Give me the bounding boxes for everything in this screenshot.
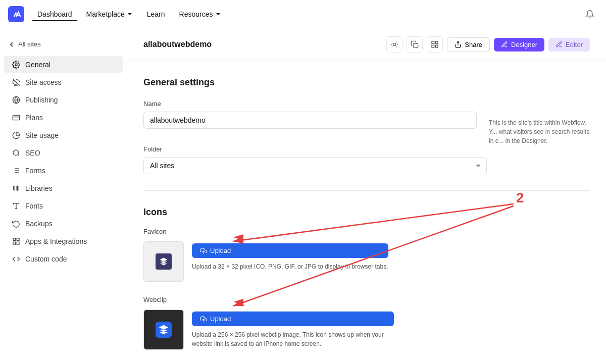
svg-line-7: [18, 154, 19, 156]
webflow-logo[interactable]: [8, 6, 24, 22]
name-field-row: Name This is the site's title within Web…: [143, 100, 590, 145]
section-divider: [143, 190, 590, 191]
topnav: Dashboard Marketplace Learn Resources: [0, 0, 606, 28]
site-name-title: allaboutwebdemo: [143, 40, 380, 49]
webclip-row: Upload Upload a 256 × 256 pixel webclip …: [143, 309, 590, 350]
layout: All sites General Site access Publishing…: [0, 28, 606, 364]
folder-select[interactable]: All sites: [143, 157, 487, 174]
sidebar-item-site-access[interactable]: Site access: [4, 74, 123, 91]
webclip-icon: [156, 322, 172, 338]
sidebar-item-seo[interactable]: SEO: [4, 144, 123, 162]
notification-bell[interactable]: [582, 6, 598, 22]
sidebar-item-custom-code[interactable]: Custom code: [4, 250, 123, 268]
icons-section-title: Icons: [143, 207, 590, 218]
favicon-section: Favicon Upload Upload a 32: [143, 228, 590, 282]
favicon-info: Upload Upload a 32 × 32 pixel ICO, PNG, …: [192, 241, 388, 271]
header-actions: Share Designer Editor: [386, 36, 590, 53]
sidebar-item-plans[interactable]: Plans: [4, 109, 123, 126]
share-button[interactable]: Share: [447, 37, 490, 52]
more-options-button[interactable]: [427, 36, 443, 53]
sidebar-item-backups[interactable]: Backups: [4, 215, 123, 232]
designer-button[interactable]: Designer: [494, 38, 544, 51]
duplicate-button[interactable]: [407, 36, 423, 53]
svg-rect-4: [13, 115, 19, 120]
folder-label: Folder: [143, 145, 590, 153]
webclip-info: Upload Upload a 256 × 256 pixel webclip …: [192, 309, 394, 348]
svg-rect-30: [436, 45, 438, 47]
svg-rect-21: [13, 238, 16, 241]
name-input[interactable]: [143, 112, 477, 129]
svg-point-0: [15, 64, 17, 66]
folder-field-group: Folder All sites: [143, 145, 590, 174]
svg-rect-24: [13, 242, 16, 244]
svg-point-6: [13, 150, 19, 155]
editor-button[interactable]: Editor: [548, 38, 590, 51]
favicon-preview: [143, 241, 184, 282]
main-content: allaboutwebdemo Share: [127, 28, 606, 364]
content-header: allaboutwebdemo Share: [127, 28, 606, 61]
folder-select-wrapper: All sites: [143, 157, 487, 174]
content-body: General settings Name This is the site's…: [127, 61, 606, 364]
nav-dashboard[interactable]: Dashboard: [32, 7, 77, 21]
name-field-main: Name: [143, 100, 477, 141]
favicon-description: Upload a 32 × 32 pixel ICO, PNG, GIF, or…: [192, 262, 388, 271]
sidebar-item-site-usage[interactable]: Site usage: [4, 127, 123, 144]
favicon-icon: [156, 253, 172, 270]
back-to-all-sites[interactable]: All sites: [0, 36, 127, 52]
sidebar-item-forms[interactable]: Forms: [4, 162, 123, 179]
favicon-upload-button[interactable]: Upload: [192, 243, 388, 258]
sidebar: All sites General Site access Publishing…: [0, 28, 127, 364]
webclip-section: Webclip Upload Upload a 25: [143, 296, 590, 350]
svg-rect-23: [17, 242, 19, 244]
sidebar-item-apps-integrations[interactable]: Apps & Integrations: [4, 233, 123, 250]
svg-rect-22: [17, 238, 19, 241]
name-field-group: Name: [143, 100, 477, 129]
svg-rect-29: [432, 45, 434, 47]
svg-rect-26: [414, 43, 418, 48]
site-icon-button[interactable]: [386, 36, 402, 53]
webclip-preview: [143, 309, 184, 350]
sidebar-item-publishing[interactable]: Publishing: [4, 91, 123, 109]
webclip-upload-button[interactable]: Upload: [192, 311, 394, 326]
sidebar-item-fonts[interactable]: Fonts: [4, 197, 123, 215]
nav-learn[interactable]: Learn: [142, 7, 170, 21]
favicon-label: Favicon: [143, 228, 590, 235]
svg-rect-28: [436, 41, 438, 44]
webclip-description: Upload a 256 × 256 pixel webclip image. …: [192, 330, 394, 348]
name-label: Name: [143, 100, 477, 108]
favicon-row: Upload Upload a 32 × 32 pixel ICO, PNG, …: [143, 241, 590, 282]
general-settings-title: General settings: [143, 77, 590, 88]
name-hint: This is the site's title within Webflow.…: [489, 100, 590, 145]
nav-marketplace[interactable]: Marketplace: [81, 7, 138, 21]
svg-rect-27: [432, 41, 434, 44]
webclip-label: Webclip: [143, 296, 590, 303]
sidebar-item-general[interactable]: General: [4, 56, 123, 73]
main-wrapper: allaboutwebdemo Share: [127, 28, 606, 364]
svg-point-25: [393, 43, 396, 45]
nav-resources[interactable]: Resources: [174, 7, 226, 21]
sidebar-item-libraries[interactable]: Libraries: [4, 180, 123, 197]
